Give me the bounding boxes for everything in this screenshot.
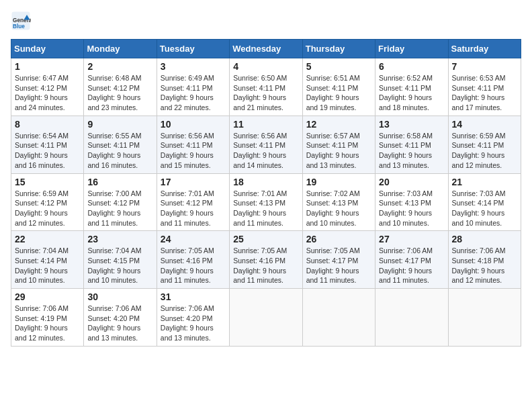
calendar-week-row: 1 Sunrise: 6:47 AM Sunset: 4:12 PM Dayli… [11,58,521,116]
calendar-day-header: Monday [84,40,157,58]
page-header: General Blue [11,11,521,31]
day-number: 23 [87,234,152,244]
day-info: Sunrise: 7:03 AM Sunset: 4:14 PM Dayligh… [452,189,517,228]
calendar-cell: 2 Sunrise: 6:48 AM Sunset: 4:12 PM Dayli… [84,58,157,116]
day-number: 25 [233,234,298,244]
calendar-week-row: 8 Sunrise: 6:54 AM Sunset: 4:11 PM Dayli… [11,116,521,173]
day-number: 24 [161,234,226,244]
calendar-day-header: Saturday [448,40,521,58]
day-number: 11 [233,119,298,130]
day-info: Sunrise: 6:58 AM Sunset: 4:11 PM Dayligh… [379,131,444,171]
day-number: 30 [87,291,152,302]
day-info: Sunrise: 6:49 AM Sunset: 4:11 PM Dayligh… [161,73,226,113]
calendar-week-row: 15 Sunrise: 6:59 AM Sunset: 4:12 PM Dayl… [11,173,521,231]
day-info: Sunrise: 7:06 AM Sunset: 4:20 PM Dayligh… [161,304,226,343]
calendar-cell: 18 Sunrise: 7:01 AM Sunset: 4:13 PM Dayl… [230,173,302,231]
calendar-header-row: SundayMondayTuesdayWednesdayThursdayFrid… [11,40,521,58]
calendar-cell: 19 Sunrise: 7:02 AM Sunset: 4:13 PM Dayl… [302,173,375,231]
svg-text:Blue: Blue [13,24,25,30]
day-number: 12 [306,119,371,130]
calendar-cell: 1 Sunrise: 6:47 AM Sunset: 4:12 PM Dayli… [11,58,84,116]
calendar-cell: 24 Sunrise: 7:05 AM Sunset: 4:16 PM Dayl… [157,231,229,289]
day-number: 3 [161,61,226,72]
day-number: 13 [379,119,444,130]
calendar-cell: 26 Sunrise: 7:05 AM Sunset: 4:17 PM Dayl… [302,231,375,289]
day-number: 21 [452,177,517,187]
day-number: 10 [161,119,226,130]
day-info: Sunrise: 6:48 AM Sunset: 4:12 PM Dayligh… [87,73,152,113]
day-info: Sunrise: 7:01 AM Sunset: 4:12 PM Dayligh… [161,189,226,228]
calendar-cell [448,289,521,347]
day-info: Sunrise: 6:54 AM Sunset: 4:11 PM Dayligh… [15,131,80,171]
day-number: 17 [161,177,226,187]
day-info: Sunrise: 6:59 AM Sunset: 4:12 PM Dayligh… [15,189,80,228]
logo: General Blue [11,11,34,31]
calendar-cell: 10 Sunrise: 6:56 AM Sunset: 4:11 PM Dayl… [157,116,229,173]
day-number: 19 [306,177,371,187]
calendar-cell [230,289,302,347]
calendar-table: SundayMondayTuesdayWednesdayThursdayFrid… [11,39,521,347]
day-info: Sunrise: 7:01 AM Sunset: 4:13 PM Dayligh… [233,189,298,228]
day-info: Sunrise: 7:05 AM Sunset: 4:16 PM Dayligh… [233,246,298,285]
day-info: Sunrise: 7:04 AM Sunset: 4:15 PM Dayligh… [87,246,152,285]
day-info: Sunrise: 7:04 AM Sunset: 4:14 PM Dayligh… [15,246,80,285]
calendar-cell: 30 Sunrise: 7:06 AM Sunset: 4:20 PM Dayl… [84,289,157,347]
day-number: 2 [87,61,152,72]
day-number: 4 [233,61,298,72]
calendar-cell: 14 Sunrise: 6:59 AM Sunset: 4:11 PM Dayl… [448,116,521,173]
day-info: Sunrise: 7:06 AM Sunset: 4:18 PM Dayligh… [452,246,517,285]
calendar-cell: 29 Sunrise: 7:06 AM Sunset: 4:19 PM Dayl… [11,289,84,347]
calendar-cell: 3 Sunrise: 6:49 AM Sunset: 4:11 PM Dayli… [157,58,229,116]
day-info: Sunrise: 7:05 AM Sunset: 4:17 PM Dayligh… [306,246,371,285]
calendar-cell: 12 Sunrise: 6:57 AM Sunset: 4:11 PM Dayl… [302,116,375,173]
calendar-cell: 6 Sunrise: 6:52 AM Sunset: 4:11 PM Dayli… [375,58,448,116]
logo-icon: General Blue [11,11,31,31]
calendar-cell: 15 Sunrise: 6:59 AM Sunset: 4:12 PM Dayl… [11,173,84,231]
calendar-cell: 11 Sunrise: 6:56 AM Sunset: 4:11 PM Dayl… [230,116,302,173]
calendar-cell: 20 Sunrise: 7:03 AM Sunset: 4:13 PM Dayl… [375,173,448,231]
calendar-cell: 27 Sunrise: 7:06 AM Sunset: 4:17 PM Dayl… [375,231,448,289]
day-number: 27 [379,234,444,244]
calendar-cell: 22 Sunrise: 7:04 AM Sunset: 4:14 PM Dayl… [11,231,84,289]
day-info: Sunrise: 7:06 AM Sunset: 4:20 PM Dayligh… [87,304,152,343]
calendar-cell: 5 Sunrise: 6:51 AM Sunset: 4:11 PM Dayli… [302,58,375,116]
calendar-cell [375,289,448,347]
day-info: Sunrise: 6:56 AM Sunset: 4:11 PM Dayligh… [233,131,298,171]
calendar-cell: 28 Sunrise: 7:06 AM Sunset: 4:18 PM Dayl… [448,231,521,289]
calendar-week-row: 22 Sunrise: 7:04 AM Sunset: 4:14 PM Dayl… [11,231,521,289]
calendar-cell: 23 Sunrise: 7:04 AM Sunset: 4:15 PM Dayl… [84,231,157,289]
calendar-cell: 17 Sunrise: 7:01 AM Sunset: 4:12 PM Dayl… [157,173,229,231]
day-info: Sunrise: 6:50 AM Sunset: 4:11 PM Dayligh… [233,73,298,113]
calendar-week-row: 29 Sunrise: 7:06 AM Sunset: 4:19 PM Dayl… [11,289,521,347]
day-number: 20 [379,177,444,187]
day-number: 9 [87,119,152,130]
calendar-day-header: Friday [375,40,448,58]
calendar-day-header: Wednesday [230,40,302,58]
day-info: Sunrise: 7:06 AM Sunset: 4:19 PM Dayligh… [15,304,80,343]
day-number: 14 [452,119,517,130]
day-info: Sunrise: 6:55 AM Sunset: 4:11 PM Dayligh… [87,131,152,171]
calendar-cell: 9 Sunrise: 6:55 AM Sunset: 4:11 PM Dayli… [84,116,157,173]
calendar-cell [302,289,375,347]
day-number: 18 [233,177,298,187]
day-number: 29 [15,291,80,302]
day-number: 16 [87,177,152,187]
day-info: Sunrise: 6:53 AM Sunset: 4:11 PM Dayligh… [452,73,517,113]
day-info: Sunrise: 7:05 AM Sunset: 4:16 PM Dayligh… [161,246,226,285]
day-number: 28 [452,234,517,244]
calendar-cell: 4 Sunrise: 6:50 AM Sunset: 4:11 PM Dayli… [230,58,302,116]
day-number: 8 [15,119,80,130]
calendar-cell: 25 Sunrise: 7:05 AM Sunset: 4:16 PM Dayl… [230,231,302,289]
calendar-cell: 8 Sunrise: 6:54 AM Sunset: 4:11 PM Dayli… [11,116,84,173]
day-number: 5 [306,61,371,72]
day-info: Sunrise: 6:56 AM Sunset: 4:11 PM Dayligh… [161,131,226,171]
day-info: Sunrise: 6:51 AM Sunset: 4:11 PM Dayligh… [306,73,371,113]
day-info: Sunrise: 6:57 AM Sunset: 4:11 PM Dayligh… [306,131,371,171]
day-info: Sunrise: 6:59 AM Sunset: 4:11 PM Dayligh… [452,131,517,171]
day-number: 22 [15,234,80,244]
calendar-cell: 13 Sunrise: 6:58 AM Sunset: 4:11 PM Dayl… [375,116,448,173]
day-number: 6 [379,61,444,72]
day-number: 1 [15,61,80,72]
calendar-cell: 16 Sunrise: 7:00 AM Sunset: 4:12 PM Dayl… [84,173,157,231]
calendar-cell: 7 Sunrise: 6:53 AM Sunset: 4:11 PM Dayli… [448,58,521,116]
